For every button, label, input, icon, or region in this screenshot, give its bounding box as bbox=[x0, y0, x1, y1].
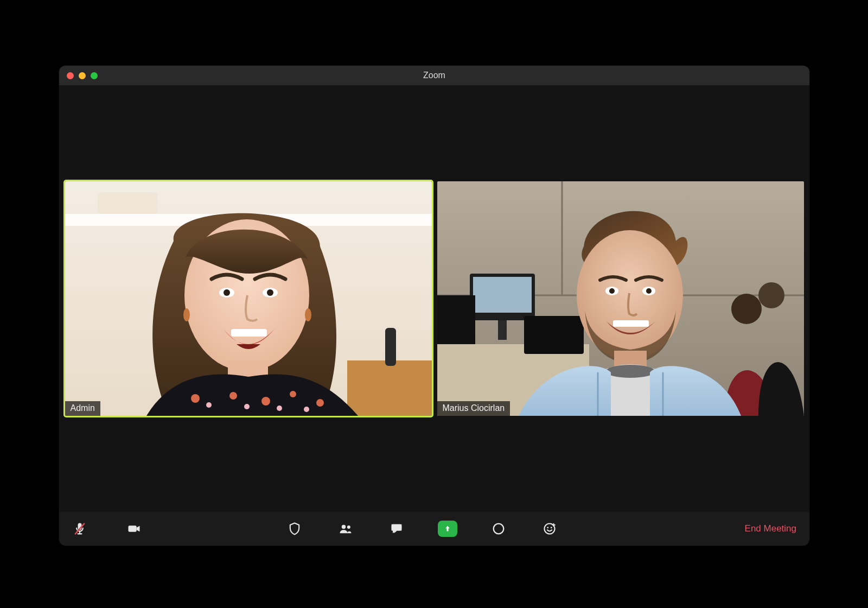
reactions-button[interactable] bbox=[540, 519, 559, 539]
video-feed bbox=[437, 181, 804, 416]
svg-point-46 bbox=[342, 525, 346, 529]
chat-icon bbox=[389, 521, 404, 536]
share-screen-pill bbox=[438, 521, 457, 537]
chat-button[interactable] bbox=[387, 519, 406, 539]
record-icon bbox=[491, 521, 506, 536]
svg-rect-39 bbox=[613, 320, 649, 327]
end-meeting-button[interactable]: End Meeting bbox=[743, 520, 799, 537]
svg-point-15 bbox=[229, 392, 237, 400]
svg-rect-28 bbox=[473, 277, 532, 313]
svg-point-41 bbox=[605, 365, 655, 378]
svg-point-19 bbox=[206, 402, 212, 408]
video-button[interactable] bbox=[124, 519, 144, 539]
video-tile-marius[interactable]: Marius Ciocirlan bbox=[437, 181, 804, 416]
svg-point-11 bbox=[183, 308, 190, 321]
svg-point-22 bbox=[304, 407, 309, 412]
video-tile-admin[interactable]: Admin bbox=[65, 181, 432, 416]
svg-rect-45 bbox=[129, 525, 137, 532]
video-camera-icon bbox=[126, 521, 142, 536]
record-button[interactable] bbox=[489, 519, 508, 539]
share-screen-button[interactable] bbox=[438, 519, 457, 539]
svg-point-53 bbox=[551, 527, 552, 529]
svg-point-21 bbox=[277, 406, 282, 411]
participant-name-label: Admin bbox=[65, 401, 100, 416]
participant-name-label: Marius Ciocirlan bbox=[437, 401, 510, 416]
participants-button[interactable] bbox=[336, 519, 355, 539]
svg-point-47 bbox=[347, 525, 350, 529]
microphone-muted-icon bbox=[72, 521, 87, 536]
svg-point-9 bbox=[267, 289, 273, 296]
svg-rect-31 bbox=[524, 316, 584, 354]
svg-point-20 bbox=[244, 404, 250, 409]
zoom-window: Zoom bbox=[59, 66, 809, 546]
svg-point-12 bbox=[305, 308, 311, 321]
svg-point-33 bbox=[758, 282, 784, 308]
app-stage: Zoom bbox=[0, 0, 868, 608]
svg-rect-10 bbox=[231, 329, 267, 337]
window-titlebar[interactable]: Zoom bbox=[59, 66, 809, 85]
svg-point-52 bbox=[547, 527, 548, 529]
svg-point-38 bbox=[646, 288, 652, 294]
security-button[interactable] bbox=[285, 519, 304, 539]
close-window-button[interactable] bbox=[67, 72, 74, 79]
svg-rect-48 bbox=[392, 524, 402, 531]
share-arrow-up-icon bbox=[443, 524, 452, 534]
mute-button[interactable] bbox=[70, 519, 90, 539]
svg-rect-30 bbox=[437, 295, 475, 344]
reactions-smiley-icon bbox=[542, 521, 557, 536]
shield-icon bbox=[287, 521, 302, 536]
svg-rect-2 bbox=[98, 192, 157, 214]
video-feed bbox=[65, 181, 432, 416]
toolbar-left-group bbox=[70, 519, 144, 539]
window-controls bbox=[67, 72, 98, 79]
participants-icon bbox=[338, 521, 353, 536]
svg-point-18 bbox=[316, 399, 324, 407]
svg-point-14 bbox=[191, 394, 200, 403]
video-grid: Admin bbox=[59, 85, 809, 512]
svg-rect-4 bbox=[385, 328, 396, 366]
minimize-window-button[interactable] bbox=[79, 72, 86, 79]
svg-rect-29 bbox=[498, 320, 507, 340]
svg-point-16 bbox=[261, 397, 270, 406]
fullscreen-window-button[interactable] bbox=[91, 72, 98, 79]
svg-point-32 bbox=[731, 294, 762, 324]
svg-point-17 bbox=[290, 391, 296, 397]
window-title: Zoom bbox=[59, 71, 809, 80]
meeting-toolbar: End Meeting bbox=[59, 512, 809, 546]
toolbar-center-group bbox=[285, 519, 559, 539]
svg-point-8 bbox=[224, 289, 230, 296]
svg-rect-3 bbox=[347, 360, 432, 416]
svg-point-37 bbox=[609, 288, 615, 294]
